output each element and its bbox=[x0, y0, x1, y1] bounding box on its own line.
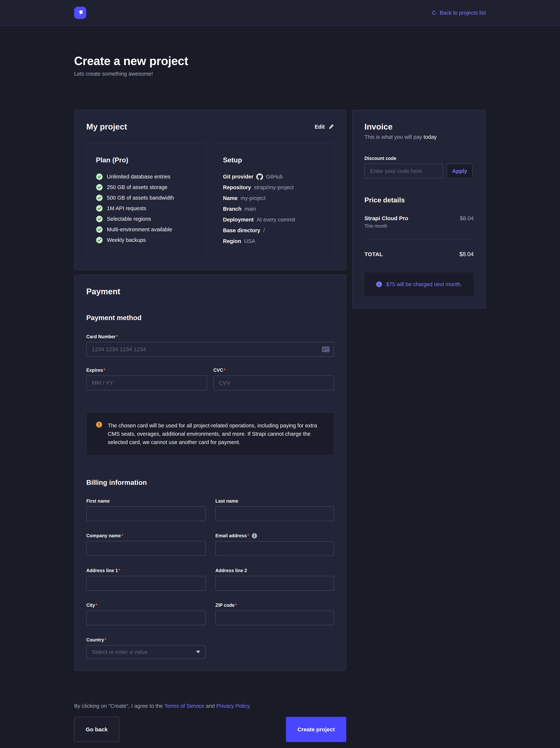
plan-feature: 1M API requests bbox=[96, 205, 197, 212]
setup-row-branch: Branch main bbox=[223, 206, 324, 212]
setup-row-region: Region USA bbox=[223, 238, 324, 244]
payment-card: Payment Payment method Card Number* bbox=[74, 275, 346, 671]
next-month-note: $75 will be charged next month. bbox=[364, 273, 474, 296]
email-label: Email address* bbox=[215, 533, 249, 538]
required-marker: * bbox=[119, 568, 120, 573]
back-to-projects-link[interactable]: Back to projects list bbox=[431, 10, 486, 16]
email-field: Email address* bbox=[215, 533, 334, 556]
my-project-title: My project bbox=[86, 122, 127, 132]
address-line1-input[interactable] bbox=[86, 576, 206, 591]
edit-button-label: Edit bbox=[315, 124, 325, 130]
country-field: Country* Select or enter a value bbox=[86, 637, 206, 659]
discount-code-label: Discount code bbox=[364, 156, 474, 161]
country-select[interactable]: Select or enter a value bbox=[86, 645, 206, 659]
zip-code-field: ZIP code* bbox=[215, 603, 334, 625]
go-back-button[interactable]: Go back bbox=[74, 717, 119, 742]
setup-title: Setup bbox=[223, 156, 324, 164]
plan-feature: 250 GB of assets storage bbox=[96, 184, 197, 191]
card-usage-notice-text: The chosen card will be used for all pro… bbox=[108, 421, 324, 446]
invoice-subtitle: This is what you will pay today bbox=[364, 134, 474, 140]
strapi-logo-icon bbox=[76, 9, 84, 17]
check-circle-icon bbox=[96, 173, 103, 180]
payment-title: Payment bbox=[86, 287, 334, 296]
last-name-input[interactable] bbox=[215, 506, 334, 521]
price-item-amount: $8.04 bbox=[460, 215, 474, 229]
warning-icon bbox=[96, 421, 102, 428]
terms-of-service-link[interactable]: Terms of Service bbox=[165, 703, 204, 709]
last-name-field: Last name bbox=[215, 498, 334, 521]
plan-feature: Selectable regions bbox=[96, 215, 197, 223]
address-line2-field: Address line 2 bbox=[215, 568, 334, 591]
privacy-policy-link[interactable]: Privacy Policy bbox=[216, 703, 249, 709]
address-line2-label: Address line 2 bbox=[215, 568, 334, 573]
city-input[interactable] bbox=[86, 610, 206, 625]
back-link-label: Back to projects list bbox=[440, 10, 486, 16]
required-marker: * bbox=[247, 533, 249, 538]
expires-label: Expires* bbox=[86, 368, 207, 373]
plan-feature-list: Unlimited database entries 250 GB of ass… bbox=[96, 173, 197, 243]
card-usage-notice: The chosen card will be used for all pro… bbox=[86, 412, 334, 456]
invoice-card: Invoice This is what you will pay today … bbox=[352, 110, 486, 308]
setup-row-name: Name my-project bbox=[223, 195, 324, 202]
zip-code-label: ZIP code* bbox=[215, 603, 334, 608]
next-month-note-text: $75 will be charged next month. bbox=[386, 281, 462, 287]
address-line1-label: Address line 1* bbox=[86, 568, 206, 573]
expires-input[interactable] bbox=[86, 375, 207, 390]
page-subtitle: Lets create something awesome! bbox=[74, 71, 486, 77]
edit-button[interactable]: Edit bbox=[315, 124, 334, 130]
check-circle-icon bbox=[96, 237, 103, 243]
city-field: City* bbox=[86, 603, 206, 625]
address-line2-input[interactable] bbox=[215, 576, 334, 591]
check-circle-icon bbox=[96, 194, 103, 201]
required-marker: * bbox=[105, 637, 106, 642]
check-circle-icon bbox=[96, 226, 103, 233]
plan-card: Plan (Pro) Unlimited database entries 25… bbox=[86, 143, 207, 258]
chevron-down-icon bbox=[196, 651, 200, 653]
cvc-input[interactable] bbox=[213, 375, 334, 390]
total-row: TOTAL $8.04 bbox=[364, 251, 474, 258]
last-name-label: Last name bbox=[215, 498, 334, 504]
plan-feature: Multi-environment available bbox=[96, 226, 197, 233]
apply-button[interactable]: Apply bbox=[447, 164, 472, 179]
company-name-input[interactable] bbox=[86, 541, 206, 556]
address-line1-field: Address line 1* bbox=[86, 568, 206, 591]
card-number-input[interactable] bbox=[86, 342, 334, 357]
strapi-logo[interactable] bbox=[74, 7, 86, 19]
zip-code-input[interactable] bbox=[215, 610, 334, 625]
check-circle-icon bbox=[96, 215, 103, 223]
pencil-icon bbox=[328, 124, 334, 130]
info-icon[interactable] bbox=[252, 533, 257, 539]
back-arrow-icon bbox=[431, 10, 437, 16]
country-select-placeholder: Select or enter a value bbox=[92, 649, 147, 655]
email-input[interactable] bbox=[215, 541, 334, 556]
plan-feature: Unlimited database entries bbox=[96, 173, 197, 180]
price-item-name: Strapi Cloud Pro bbox=[364, 215, 408, 221]
cvc-field: CVC* bbox=[213, 368, 334, 390]
required-marker: * bbox=[235, 603, 237, 608]
plan-title: Plan (Pro) bbox=[96, 156, 197, 164]
github-icon bbox=[256, 173, 263, 180]
setup-row-deployment: Deployment At every commit bbox=[223, 216, 324, 223]
payment-method-title: Payment method bbox=[86, 314, 334, 322]
check-circle-icon bbox=[96, 184, 103, 191]
invoice-divider bbox=[364, 239, 474, 240]
setup-row-git-provider: Git provider GitHub bbox=[223, 173, 324, 180]
total-amount: $8.04 bbox=[459, 251, 474, 258]
setup-row-repository: Repository strapi/my-project bbox=[223, 184, 324, 191]
plan-feature: Weekly backups bbox=[96, 237, 197, 243]
company-name-label: Company name* bbox=[86, 533, 206, 538]
create-project-button[interactable]: Create project bbox=[286, 717, 346, 742]
company-name-field: Company name* bbox=[86, 533, 206, 556]
setup-card: Setup Git provider GitHub Repository bbox=[213, 143, 334, 258]
required-marker: * bbox=[103, 368, 105, 373]
discount-code-input[interactable] bbox=[364, 164, 443, 179]
required-marker: * bbox=[121, 533, 123, 538]
billing-title: Billing information bbox=[86, 479, 334, 487]
total-label: TOTAL bbox=[364, 251, 383, 257]
agreement-text: By clicking on "Create", I agree to the … bbox=[74, 703, 486, 709]
first-name-input[interactable] bbox=[86, 506, 206, 521]
required-marker: * bbox=[224, 368, 225, 373]
country-label: Country* bbox=[86, 637, 206, 642]
price-line-item: Strapi Cloud Pro This month $8.04 bbox=[364, 215, 474, 229]
city-label: City* bbox=[86, 603, 206, 608]
